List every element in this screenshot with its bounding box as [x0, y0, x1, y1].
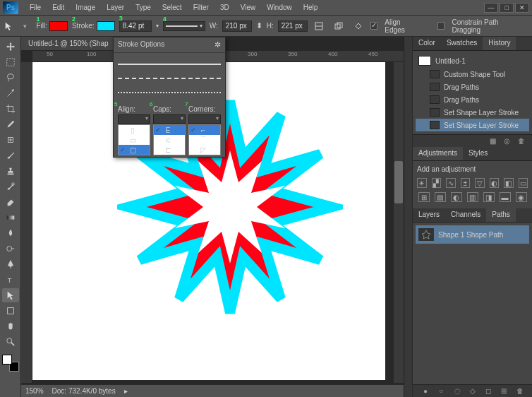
- stroke-swatch[interactable]: [97, 21, 115, 31]
- shape-tool[interactable]: [2, 304, 19, 318]
- height-input[interactable]: [278, 20, 308, 32]
- zoom-level[interactable]: 150%: [25, 387, 44, 395]
- adj-brightness-icon[interactable]: ☀: [417, 178, 427, 188]
- history-new-doc-icon[interactable]: ▦: [490, 137, 500, 146]
- adj-selective-color-icon[interactable]: ◉: [516, 192, 527, 202]
- crop-tool[interactable]: [2, 102, 19, 116]
- align-dropdown[interactable]: [118, 114, 150, 124]
- tab-channels[interactable]: Channels: [445, 208, 486, 222]
- history-step[interactable]: Drag Paths: [416, 93, 529, 106]
- history-step[interactable]: Set Shape Layer Stroke: [416, 119, 529, 131]
- corner-miter[interactable]: ✓⌐: [189, 125, 220, 135]
- adj-exposure-icon[interactable]: ±: [461, 178, 471, 188]
- cap-square[interactable]: ⊏: [154, 145, 185, 155]
- path-arrange-button[interactable]: [331, 19, 346, 33]
- stroke-solid-option[interactable]: [118, 57, 221, 71]
- hand-tool[interactable]: [2, 319, 19, 333]
- selection-from-path-icon[interactable]: ◌: [454, 387, 464, 396]
- collapsed-panel-strip[interactable]: [404, 37, 412, 397]
- new-path-icon[interactable]: ⊞: [501, 387, 511, 396]
- adj-bw-icon[interactable]: ◧: [504, 178, 514, 188]
- dodge-tool[interactable]: [2, 242, 19, 256]
- tab-history[interactable]: History: [483, 37, 516, 50]
- path-item[interactable]: Shape 1 Shape Path: [416, 225, 529, 244]
- foreground-color[interactable]: [2, 355, 12, 365]
- menu-view[interactable]: View: [235, 1, 262, 13]
- path-selection-tool[interactable]: [2, 288, 19, 302]
- eraser-tool[interactable]: [2, 195, 19, 209]
- align-inside[interactable]: ▯: [119, 125, 150, 135]
- stroke-style-dropdown[interactable]: ▾: [163, 21, 205, 31]
- lasso-tool[interactable]: [2, 71, 19, 85]
- history-snapshot-icon[interactable]: ◎: [504, 137, 514, 146]
- corners-dropdown[interactable]: [188, 114, 221, 124]
- brush-tool[interactable]: [2, 148, 19, 162]
- menu-image[interactable]: Image: [70, 1, 101, 13]
- cap-round[interactable]: ⊂: [154, 135, 185, 145]
- align-center[interactable]: ▭: [119, 135, 150, 145]
- scrollbar-vertical[interactable]: [394, 62, 404, 383]
- constrain-checkbox[interactable]: [437, 22, 445, 30]
- minimize-button[interactable]: —: [484, 3, 498, 13]
- adj-vibrance-icon[interactable]: ▽: [475, 178, 485, 188]
- tab-styles[interactable]: Styles: [463, 147, 493, 160]
- tab-swatches[interactable]: Swatches: [441, 37, 483, 50]
- color-swatches[interactable]: [2, 355, 19, 372]
- path-align-button[interactable]: [312, 19, 327, 33]
- delete-path-icon[interactable]: 🗑: [516, 387, 526, 396]
- adj-levels-icon[interactable]: ▞: [432, 178, 442, 188]
- stroke-dashed-option[interactable]: [118, 71, 221, 85]
- gear-icon[interactable]: ✲: [214, 40, 221, 49]
- adj-photo-filter-icon[interactable]: ▭: [519, 178, 528, 188]
- tab-color[interactable]: Color: [413, 37, 441, 50]
- stroke-dotted-option[interactable]: [118, 85, 221, 100]
- status-arrow-icon[interactable]: ▸: [124, 387, 128, 395]
- adj-posterize-icon[interactable]: ▥: [467, 192, 478, 202]
- menu-layer[interactable]: Layer: [101, 1, 130, 13]
- adj-invert-icon[interactable]: ◐: [451, 192, 462, 202]
- marquee-tool[interactable]: [2, 55, 19, 69]
- wand-tool[interactable]: [2, 86, 19, 100]
- menu-window[interactable]: Window: [261, 1, 298, 13]
- caps-dropdown[interactable]: [153, 114, 186, 124]
- menu-type[interactable]: Type: [130, 1, 157, 13]
- corner-round[interactable]: ⌒: [189, 135, 220, 145]
- stroke-width-input[interactable]: [119, 20, 152, 32]
- maximize-button[interactable]: □: [500, 3, 514, 13]
- type-tool[interactable]: T: [2, 273, 19, 287]
- trash-icon[interactable]: 🗑: [518, 137, 528, 146]
- adj-threshold-icon[interactable]: ◨: [483, 192, 495, 202]
- document-tab[interactable]: Untitled-1 @ 150% (Shap: [21, 37, 116, 50]
- tab-paths[interactable]: Paths: [486, 208, 516, 222]
- menu-edit[interactable]: Edit: [47, 1, 70, 13]
- menu-3d[interactable]: 3D: [214, 1, 235, 13]
- stamp-tool[interactable]: [2, 164, 19, 178]
- blur-tool[interactable]: [2, 226, 19, 240]
- corner-bevel[interactable]: ◸: [189, 145, 220, 155]
- zoom-tool[interactable]: [2, 335, 19, 349]
- pen-tool[interactable]: [2, 257, 19, 271]
- path-ops-button[interactable]: [351, 19, 366, 33]
- adj-color-lookup-icon[interactable]: ▤: [435, 192, 446, 202]
- history-step[interactable]: Set Shape Layer Stroke: [416, 106, 529, 119]
- width-input[interactable]: [222, 20, 252, 32]
- menu-filter[interactable]: Filter: [188, 1, 214, 13]
- cap-butt[interactable]: ✓E: [154, 125, 185, 135]
- tab-layers[interactable]: Layers: [413, 208, 445, 222]
- stroke-width-dropdown[interactable]: ▾: [156, 23, 159, 29]
- history-brush-tool[interactable]: [2, 179, 19, 194]
- menu-help[interactable]: Help: [298, 1, 324, 13]
- link-wh-icon[interactable]: ⬍: [256, 21, 262, 30]
- history-step[interactable]: Custom Shape Tool: [416, 68, 529, 81]
- menu-select[interactable]: Select: [157, 1, 188, 13]
- tool-preset-dropdown[interactable]: ▾: [18, 19, 32, 33]
- adj-channel-mixer-icon[interactable]: ⊞: [418, 192, 430, 202]
- stroke-path-icon[interactable]: ○: [439, 387, 449, 396]
- align-outside[interactable]: ✓▢: [119, 145, 150, 155]
- eyedropper-tool[interactable]: [2, 117, 19, 131]
- healing-tool[interactable]: [2, 133, 19, 147]
- adj-curves-icon[interactable]: ∿: [446, 178, 456, 188]
- menu-file[interactable]: File: [24, 1, 47, 13]
- gradient-tool[interactable]: [2, 211, 19, 225]
- history-snapshot[interactable]: Untitled-1: [416, 54, 529, 68]
